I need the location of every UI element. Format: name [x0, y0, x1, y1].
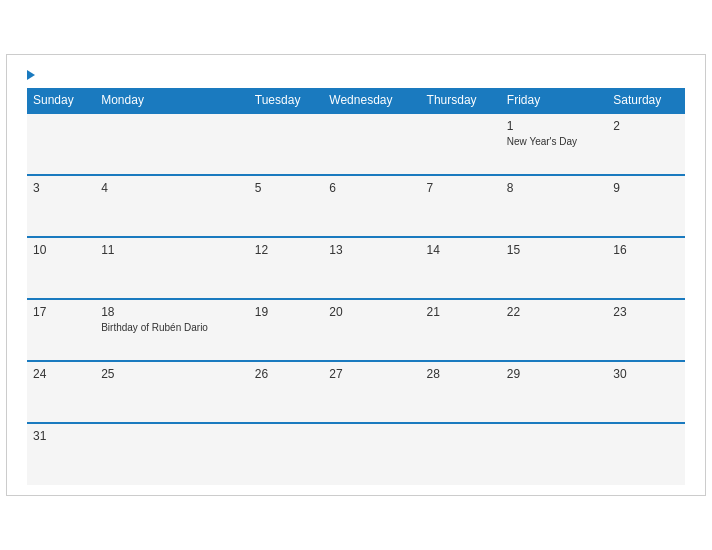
calendar-week-row: 3456789 [27, 175, 685, 237]
calendar-header [27, 70, 685, 80]
calendar-cell: 16 [607, 237, 685, 299]
logo-triangle-icon [27, 70, 35, 80]
weekday-header-sunday: Sunday [27, 88, 95, 113]
day-number: 24 [33, 367, 89, 381]
calendar-week-row: 1718Birthday of Rubén Dario1920212223 [27, 299, 685, 361]
calendar-cell: 7 [421, 175, 501, 237]
calendar-cell: 22 [501, 299, 607, 361]
day-number: 19 [255, 305, 318, 319]
calendar-table: SundayMondayTuesdayWednesdayThursdayFrid… [27, 88, 685, 485]
calendar-cell [607, 423, 685, 485]
calendar-cell [95, 423, 249, 485]
calendar-cell: 21 [421, 299, 501, 361]
calendar-cell [421, 423, 501, 485]
calendar-body: 1New Year's Day2345678910111213141516171… [27, 113, 685, 485]
calendar-cell: 10 [27, 237, 95, 299]
calendar-week-row: 31 [27, 423, 685, 485]
weekday-header-monday: Monday [95, 88, 249, 113]
day-number: 18 [101, 305, 243, 319]
calendar-cell: 13 [323, 237, 420, 299]
day-number: 28 [427, 367, 495, 381]
calendar-cell [323, 113, 420, 175]
calendar-cell: 18Birthday of Rubén Dario [95, 299, 249, 361]
calendar-cell: 20 [323, 299, 420, 361]
event-label: Birthday of Rubén Dario [101, 321, 243, 334]
calendar-header-row: SundayMondayTuesdayWednesdayThursdayFrid… [27, 88, 685, 113]
calendar-cell [249, 423, 324, 485]
calendar-cell [421, 113, 501, 175]
calendar-cell: 8 [501, 175, 607, 237]
weekday-header-tuesday: Tuesday [249, 88, 324, 113]
calendar-cell: 23 [607, 299, 685, 361]
calendar-cell [95, 113, 249, 175]
calendar-cell: 14 [421, 237, 501, 299]
calendar-cell [501, 423, 607, 485]
day-number: 20 [329, 305, 414, 319]
day-number: 23 [613, 305, 679, 319]
day-number: 27 [329, 367, 414, 381]
logo [27, 70, 38, 80]
calendar-wrapper: SundayMondayTuesdayWednesdayThursdayFrid… [6, 54, 706, 496]
day-number: 31 [33, 429, 89, 443]
day-number: 30 [613, 367, 679, 381]
calendar-cell: 24 [27, 361, 95, 423]
calendar-cell: 29 [501, 361, 607, 423]
logo-blue-text [27, 70, 38, 80]
day-number: 14 [427, 243, 495, 257]
day-number: 25 [101, 367, 243, 381]
calendar-cell [27, 113, 95, 175]
day-number: 11 [101, 243, 243, 257]
calendar-cell: 1New Year's Day [501, 113, 607, 175]
day-number: 26 [255, 367, 318, 381]
day-number: 8 [507, 181, 601, 195]
calendar-cell: 6 [323, 175, 420, 237]
day-number: 5 [255, 181, 318, 195]
weekday-header-saturday: Saturday [607, 88, 685, 113]
calendar-week-row: 10111213141516 [27, 237, 685, 299]
day-number: 22 [507, 305, 601, 319]
calendar-cell: 31 [27, 423, 95, 485]
calendar-cell: 5 [249, 175, 324, 237]
calendar-cell: 19 [249, 299, 324, 361]
day-number: 4 [101, 181, 243, 195]
weekday-header-wednesday: Wednesday [323, 88, 420, 113]
calendar-cell: 4 [95, 175, 249, 237]
day-number: 21 [427, 305, 495, 319]
calendar-cell [323, 423, 420, 485]
day-number: 16 [613, 243, 679, 257]
calendar-cell: 11 [95, 237, 249, 299]
calendar-cell: 3 [27, 175, 95, 237]
calendar-cell: 26 [249, 361, 324, 423]
calendar-cell: 15 [501, 237, 607, 299]
day-number: 3 [33, 181, 89, 195]
event-label: New Year's Day [507, 135, 601, 148]
calendar-cell [249, 113, 324, 175]
calendar-cell: 17 [27, 299, 95, 361]
day-number: 15 [507, 243, 601, 257]
day-number: 29 [507, 367, 601, 381]
day-number: 7 [427, 181, 495, 195]
calendar-week-row: 24252627282930 [27, 361, 685, 423]
day-number: 1 [507, 119, 601, 133]
day-number: 12 [255, 243, 318, 257]
day-number: 9 [613, 181, 679, 195]
day-number: 2 [613, 119, 679, 133]
calendar-cell: 2 [607, 113, 685, 175]
weekday-header-friday: Friday [501, 88, 607, 113]
weekday-header-thursday: Thursday [421, 88, 501, 113]
calendar-cell: 25 [95, 361, 249, 423]
day-number: 17 [33, 305, 89, 319]
calendar-cell: 12 [249, 237, 324, 299]
calendar-week-row: 1New Year's Day2 [27, 113, 685, 175]
calendar-cell: 27 [323, 361, 420, 423]
calendar-cell: 9 [607, 175, 685, 237]
day-number: 6 [329, 181, 414, 195]
day-number: 10 [33, 243, 89, 257]
day-number: 13 [329, 243, 414, 257]
calendar-cell: 30 [607, 361, 685, 423]
calendar-cell: 28 [421, 361, 501, 423]
